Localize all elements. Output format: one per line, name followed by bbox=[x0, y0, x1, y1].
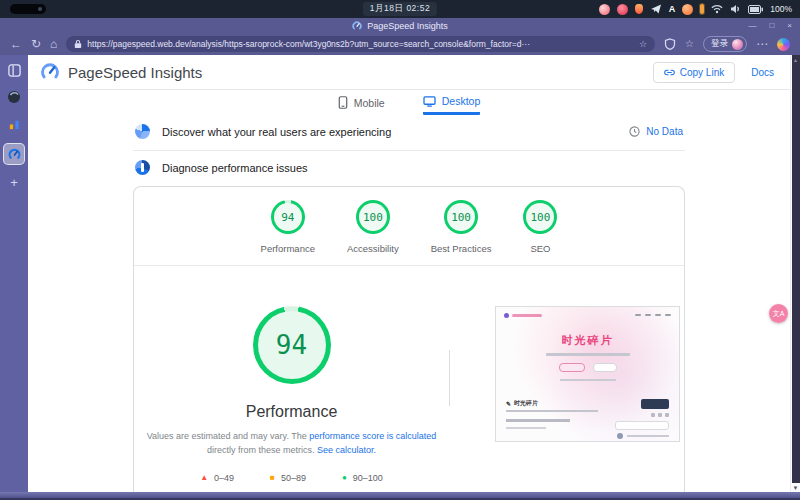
performance-detail: 94 Performance Values are estimated and … bbox=[134, 266, 684, 483]
tab-desktop[interactable]: Desktop bbox=[423, 95, 481, 115]
reload-button[interactable]: ↻ bbox=[31, 38, 41, 50]
home-button[interactable]: ⌂ bbox=[50, 38, 57, 50]
pencil-icon: ✎ bbox=[506, 400, 511, 407]
tab-mobile-label: Mobile bbox=[354, 97, 385, 109]
browser-tab-icon[interactable] bbox=[6, 89, 22, 105]
tab-list-icon[interactable] bbox=[6, 62, 22, 78]
crux-title: Discover what your real users are experi… bbox=[162, 126, 391, 138]
score-performance[interactable]: 94 Performance bbox=[261, 200, 315, 254]
tray-orange-icon[interactable] bbox=[682, 4, 693, 15]
lighthouse-icon bbox=[135, 160, 150, 175]
no-data-link[interactable]: No Data bbox=[646, 126, 683, 137]
see-calculator-link[interactable]: See calculator. bbox=[317, 445, 376, 455]
bookmark-star-icon[interactable]: ☆ bbox=[639, 39, 647, 49]
preview-dark-badge bbox=[641, 399, 669, 409]
window-controls: — □ × bbox=[748, 18, 792, 33]
copy-link-button[interactable]: Copy Link bbox=[653, 62, 735, 83]
analytics-tab-icon[interactable] bbox=[6, 116, 22, 132]
lab-title: Diagnose performance issues bbox=[162, 162, 308, 174]
desc-text: directly from these metrics. bbox=[207, 445, 317, 455]
site-screenshot-thumbnail[interactable]: 时光碎片 ✎ 时光碎片 bbox=[495, 306, 680, 442]
preview-search-box bbox=[615, 421, 669, 430]
tracking-shield-icon[interactable] bbox=[664, 38, 676, 50]
preview-site-title: 时光碎片 bbox=[496, 333, 679, 348]
page-title: PageSpeed Insights bbox=[68, 64, 202, 81]
url-text[interactable]: https://pagespeed.web.dev/analysis/https… bbox=[87, 39, 634, 49]
score-accessibility[interactable]: 100 Accessibility bbox=[347, 200, 399, 254]
browser-titlebar: PageSpeed Insights — □ × bbox=[0, 18, 800, 33]
preview-text-bar bbox=[560, 379, 616, 381]
category-scores: 94 Performance 100 Accessibility 100 Bes… bbox=[134, 187, 684, 266]
telegram-icon[interactable] bbox=[650, 3, 662, 15]
preview-paragraph-bar bbox=[506, 410, 598, 412]
wifi-icon[interactable] bbox=[711, 4, 723, 14]
extension-star-icon[interactable]: ☆ bbox=[685, 39, 694, 49]
vertical-tab-sidebar: + bbox=[0, 55, 28, 492]
signin-pill[interactable]: 登录 bbox=[703, 36, 747, 52]
score-value: 94 bbox=[274, 203, 302, 231]
minimize-button[interactable]: — bbox=[748, 21, 756, 30]
score-seo[interactable]: 100 SEO bbox=[523, 200, 557, 254]
score-legend: ▲0–49 ■50–89 ●90–100 bbox=[200, 473, 383, 483]
tray-app-icon-2[interactable] bbox=[617, 4, 628, 15]
app-header: PageSpeed Insights Copy Link Docs bbox=[28, 55, 790, 90]
tab-mobile[interactable]: Mobile bbox=[338, 95, 385, 115]
pagespeed-logo-icon bbox=[40, 62, 60, 82]
preview-subtitle-bar bbox=[546, 353, 630, 356]
preview-buttons bbox=[559, 363, 617, 372]
volume-icon[interactable] bbox=[730, 4, 741, 14]
desc-text: Values are estimated and may vary. The bbox=[147, 431, 310, 441]
translate-fab[interactable]: 文A bbox=[769, 304, 788, 323]
copilot-icon[interactable] bbox=[777, 38, 790, 51]
legend-fail-icon: ▲ bbox=[200, 473, 208, 482]
lock-icon bbox=[74, 39, 82, 49]
input-method-icon[interactable] bbox=[700, 4, 704, 14]
lab-section-row: Diagnose performance issues bbox=[133, 151, 685, 186]
page-scrollbar[interactable]: ▲ ▼ bbox=[790, 55, 800, 492]
preview-icon-row bbox=[651, 413, 669, 417]
scroll-up-icon[interactable]: ▲ bbox=[791, 57, 800, 63]
main-row: + PageSpeed Insights Copy Link Docs bbox=[0, 55, 800, 492]
legend-average-icon: ■ bbox=[270, 473, 275, 482]
preview-section-title: 时光碎片 bbox=[514, 399, 538, 408]
notch-pill bbox=[10, 4, 46, 14]
avatar bbox=[732, 39, 743, 50]
tray-letter-a-icon[interactable]: A bbox=[669, 4, 676, 14]
page-content: PageSpeed Insights Copy Link Docs bbox=[28, 55, 790, 492]
device-tabs: Mobile Desktop bbox=[133, 90, 685, 115]
legend-good-range: 90–100 bbox=[353, 473, 383, 483]
url-bar[interactable]: https://pagespeed.web.dev/analysis/https… bbox=[66, 36, 655, 52]
score-label: Performance bbox=[261, 243, 315, 254]
pagespeed-tab-selected[interactable] bbox=[3, 143, 25, 165]
system-tray: A 100% bbox=[599, 3, 800, 15]
score-label: Best Practices bbox=[431, 243, 492, 254]
preview-avatar-bar bbox=[627, 435, 669, 437]
screenshot-column: 时光碎片 ✎ 时光碎片 bbox=[450, 306, 684, 483]
docs-link[interactable]: Docs bbox=[751, 67, 774, 78]
close-button[interactable]: × bbox=[787, 21, 792, 30]
phone-icon bbox=[338, 96, 348, 109]
score-label: Accessibility bbox=[347, 243, 399, 254]
overflow-menu-icon[interactable]: ⋯ bbox=[756, 38, 768, 50]
report-column: Mobile Desktop Discover what your real u… bbox=[133, 90, 685, 492]
system-clock: 1月18日 02:52 bbox=[363, 2, 437, 16]
gauge-description: Values are estimated and may vary. The p… bbox=[141, 430, 443, 458]
tray-flame-icon[interactable] bbox=[635, 4, 643, 14]
scrollbar-thumb[interactable] bbox=[792, 55, 800, 483]
scroll-down-icon[interactable]: ▼ bbox=[791, 485, 800, 491]
tray-app-icon-1[interactable] bbox=[599, 4, 610, 15]
pagespeed-gauge-icon bbox=[8, 148, 21, 161]
preview-avatar bbox=[617, 433, 623, 439]
browser-toolbar: ← ↻ ⌂ https://pagespeed.web.dev/analysis… bbox=[0, 33, 800, 55]
performance-gauge[interactable]: 94 bbox=[253, 306, 331, 384]
back-button[interactable]: ← bbox=[10, 38, 22, 50]
score-best-practices[interactable]: 100 Best Practices bbox=[431, 200, 492, 254]
score-calc-link[interactable]: performance score is calculated bbox=[309, 431, 436, 441]
no-data-group[interactable]: No Data bbox=[629, 126, 683, 137]
preview-section-heading: ✎ 时光碎片 bbox=[506, 399, 538, 408]
battery-icon bbox=[748, 5, 763, 14]
system-bar: 1月18日 02:52 A 100% bbox=[0, 0, 800, 18]
new-tab-button[interactable]: + bbox=[10, 176, 18, 189]
score-label: SEO bbox=[530, 243, 550, 254]
maximize-button[interactable]: □ bbox=[769, 21, 774, 30]
